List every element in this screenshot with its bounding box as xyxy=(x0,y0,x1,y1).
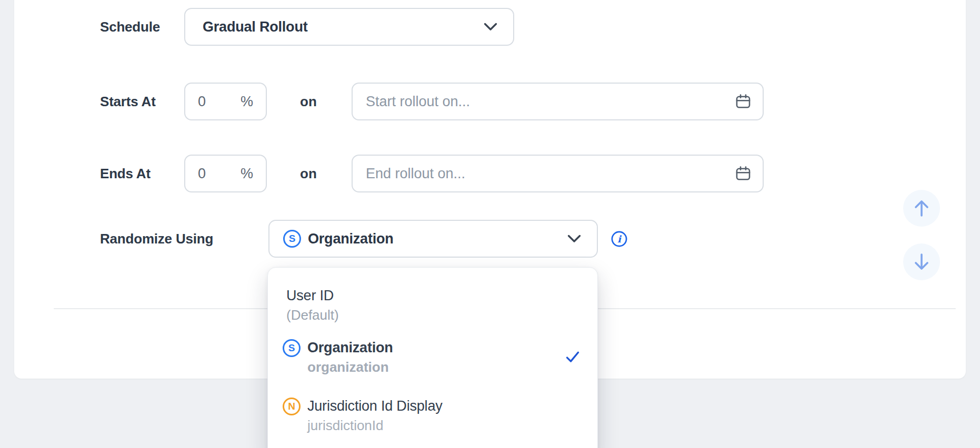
ends-at-on-label: on xyxy=(300,164,317,183)
starts-at-percent-input[interactable] xyxy=(198,94,229,110)
option-subtitle: (Default) xyxy=(286,305,339,325)
dropdown-option-jurisdiction-id-display[interactable]: N Jurisdiction Id Display jurisdictionId xyxy=(283,396,443,435)
randomize-using-label: Randomize Using xyxy=(100,229,213,248)
starts-at-label: Starts At xyxy=(100,92,156,111)
starts-at-percent-field: % xyxy=(184,83,267,120)
ends-at-percent-field: % xyxy=(184,155,267,192)
option-subtitle: jurisdictionId xyxy=(307,415,443,435)
arrow-up-icon xyxy=(912,198,931,218)
svg-text:i: i xyxy=(617,233,622,245)
end-date-input[interactable] xyxy=(366,166,727,182)
ends-at-percent-suffix: % xyxy=(241,166,253,182)
s-badge-icon: S xyxy=(283,230,301,248)
n-badge-icon: N xyxy=(283,398,301,415)
s-badge-letter: S xyxy=(288,342,295,354)
dropdown-option-organization[interactable]: S Organization organization xyxy=(283,338,393,377)
option-subtitle: organization xyxy=(307,357,393,377)
chevron-down-icon xyxy=(484,23,497,31)
end-date-field xyxy=(352,155,764,192)
arrow-down-icon xyxy=(912,252,931,272)
starts-at-on-label: on xyxy=(300,92,317,111)
move-down-button[interactable] xyxy=(903,243,940,280)
calendar-icon[interactable] xyxy=(734,93,752,110)
schedule-label: Schedule xyxy=(100,17,160,36)
start-date-field xyxy=(352,83,764,120)
option-title: Jurisdiction Id Display xyxy=(307,396,443,415)
start-date-input[interactable] xyxy=(366,94,727,110)
s-badge-letter: S xyxy=(289,233,296,245)
ends-at-label: Ends At xyxy=(100,164,151,183)
dropdown-option-user-id[interactable]: User ID (Default) xyxy=(286,286,339,325)
option-title: Organization xyxy=(307,338,393,357)
randomize-using-select[interactable]: S Organization xyxy=(268,220,598,258)
option-title: User ID xyxy=(286,286,339,305)
randomize-using-dropdown-menu: User ID (Default) S Organization organiz… xyxy=(267,267,598,448)
feature-flag-rollout-screen: Schedule Gradual Rollout Starts At % on … xyxy=(0,0,980,448)
check-icon xyxy=(565,350,580,366)
move-up-button[interactable] xyxy=(903,190,940,227)
ends-at-percent-input[interactable] xyxy=(198,166,229,182)
randomize-using-select-value: Organization xyxy=(308,231,394,247)
n-badge-letter: N xyxy=(288,401,295,412)
schedule-select[interactable]: Gradual Rollout xyxy=(184,8,514,46)
starts-at-percent-suffix: % xyxy=(241,94,253,110)
chevron-down-icon xyxy=(567,235,581,243)
s-badge-icon: S xyxy=(283,339,301,357)
info-icon[interactable]: i xyxy=(611,230,628,248)
calendar-icon[interactable] xyxy=(734,165,752,182)
schedule-select-value: Gradual Rollout xyxy=(203,19,308,35)
